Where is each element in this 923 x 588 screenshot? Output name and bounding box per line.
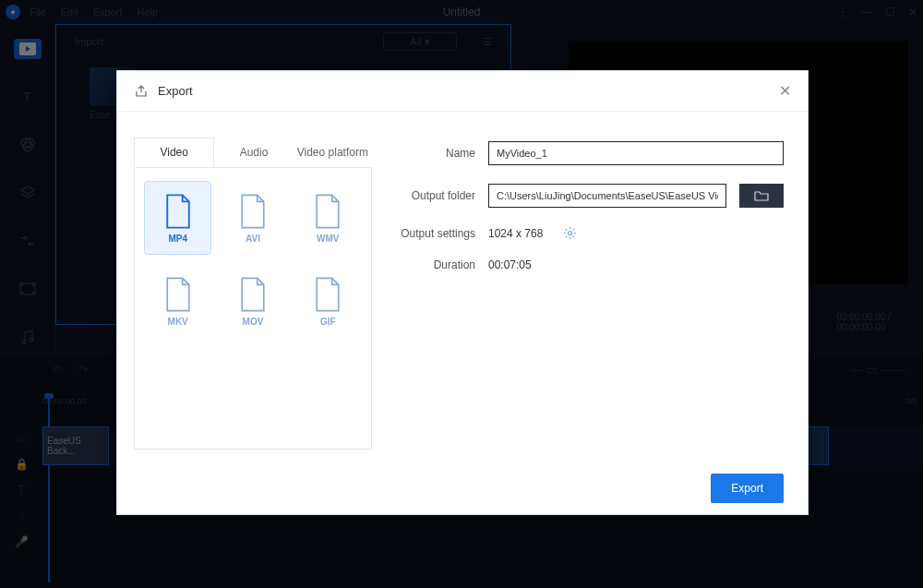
format-grid: MP4 AVI WMV MKV MOV: [134, 168, 372, 450]
output-settings-value: 1024 x 768: [488, 227, 543, 240]
browse-folder-button[interactable]: [739, 184, 784, 208]
format-label: MKV: [168, 317, 188, 327]
format-mkv[interactable]: MKV: [144, 264, 211, 338]
tab-video[interactable]: Video: [134, 138, 214, 167]
export-dialog: Export ✕ Video Audio Video platform MP4 …: [116, 70, 809, 515]
format-mp4[interactable]: MP4: [144, 181, 211, 255]
label-output-folder: Output folder: [392, 189, 475, 202]
format-gif[interactable]: GIF: [294, 264, 362, 338]
format-label: GIF: [320, 317, 336, 327]
dialog-footer: Export: [117, 462, 808, 514]
label-duration: Duration: [392, 258, 475, 271]
format-mov[interactable]: MOV: [219, 264, 286, 338]
tab-audio[interactable]: Audio: [214, 138, 293, 167]
export-button[interactable]: Export: [711, 474, 784, 503]
format-label: AVI: [246, 234, 260, 244]
format-avi[interactable]: AVI: [219, 181, 286, 255]
format-label: MOV: [243, 317, 264, 327]
label-name: Name: [392, 147, 475, 160]
svg-point-14: [569, 231, 572, 234]
dialog-close-icon[interactable]: ✕: [779, 82, 791, 100]
format-wmv[interactable]: WMV: [294, 181, 362, 255]
format-label: WMV: [317, 234, 339, 244]
name-input[interactable]: [488, 141, 784, 165]
settings-gear-icon[interactable]: [563, 226, 577, 240]
export-form: Name Output folder Output settings 1024 …: [392, 138, 784, 450]
dialog-header: Export ✕: [117, 71, 808, 112]
format-label: MP4: [168, 234, 187, 244]
label-output-settings: Output settings: [392, 227, 475, 240]
output-folder-input[interactable]: [488, 184, 726, 208]
tab-video-platform[interactable]: Video platform: [294, 138, 372, 167]
duration-value: 00:07:05: [488, 258, 532, 271]
dialog-title: Export: [158, 84, 193, 98]
export-icon: [134, 84, 149, 99]
export-tabs: Video Audio Video platform: [134, 138, 372, 168]
